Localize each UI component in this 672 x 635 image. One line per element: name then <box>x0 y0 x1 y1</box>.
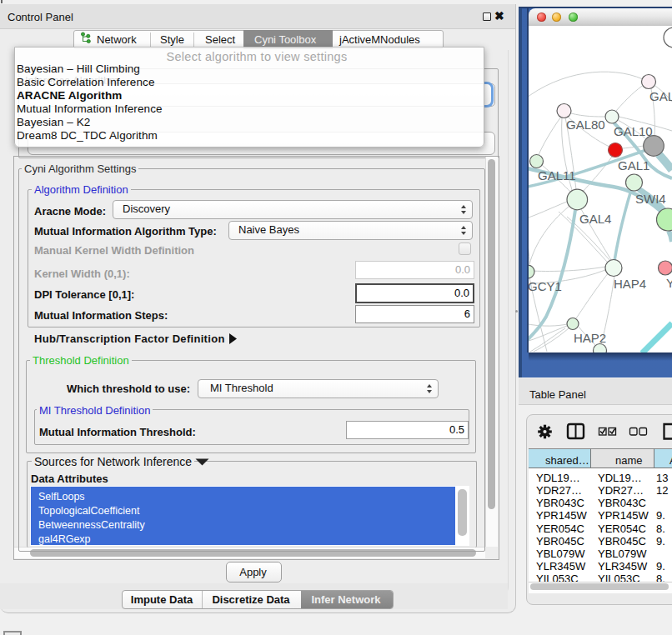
svg-text:SWI4: SWI4 <box>635 192 666 206</box>
svg-text:GCY1: GCY1 <box>529 279 562 293</box>
svg-text:GAL10: GAL10 <box>614 124 653 138</box>
svg-text:HAP2: HAP2 <box>574 331 606 345</box>
svg-text:GAL1: GAL1 <box>618 158 649 172</box>
svg-text:GAL4: GAL4 <box>579 212 611 226</box>
svg-text:HAP4: HAP4 <box>614 277 646 291</box>
svg-text:GAL80: GAL80 <box>566 118 605 132</box>
svg-text:GAL11: GAL11 <box>538 168 576 182</box>
svg-text:GAL7: GAL7 <box>649 89 672 103</box>
svg-text:Y: Y <box>666 276 672 290</box>
